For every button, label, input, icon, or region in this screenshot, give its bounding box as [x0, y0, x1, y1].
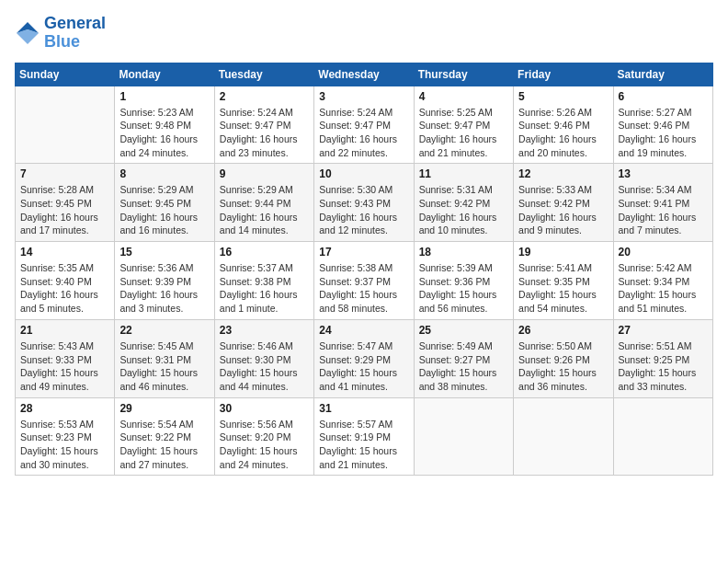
logo-text: GeneralBlue — [44, 15, 106, 52]
calendar-cell: 2Sunrise: 5:24 AMSunset: 9:47 PMDaylight… — [214, 86, 313, 164]
day-info: Sunrise: 5:54 AMSunset: 9:22 PMDaylight:… — [119, 418, 209, 472]
day-info: Sunrise: 5:56 AMSunset: 9:20 PMDaylight:… — [220, 418, 309, 472]
calendar-cell: 24Sunrise: 5:47 AMSunset: 9:29 PMDayligh… — [314, 319, 414, 397]
calendar-cell: 25Sunrise: 5:49 AMSunset: 9:27 PMDayligh… — [414, 319, 513, 397]
day-number: 21 — [20, 324, 109, 337]
day-number: 15 — [119, 246, 209, 259]
day-info: Sunrise: 5:45 AMSunset: 9:31 PMDaylight:… — [119, 339, 209, 394]
calendar-cell — [514, 397, 613, 476]
calendar-cell: 30Sunrise: 5:56 AMSunset: 9:20 PMDayligh… — [214, 397, 313, 476]
day-number: 22 — [119, 324, 209, 337]
calendar-body: 1Sunrise: 5:23 AMSunset: 9:48 PMDaylight… — [16, 86, 713, 476]
day-info: Sunrise: 5:24 AMSunset: 9:47 PMDaylight:… — [220, 106, 309, 160]
day-number: 26 — [518, 324, 608, 337]
day-info: Sunrise: 5:38 AMSunset: 9:37 PMDaylight:… — [319, 261, 408, 316]
day-info: Sunrise: 5:31 AMSunset: 9:42 PMDaylight:… — [419, 183, 508, 237]
day-number: 5 — [518, 90, 608, 103]
calendar-week-1: 1Sunrise: 5:23 AMSunset: 9:48 PMDaylight… — [16, 86, 713, 164]
day-info: Sunrise: 5:39 AMSunset: 9:36 PMDaylight:… — [419, 261, 508, 316]
day-number: 23 — [220, 324, 309, 337]
day-number: 2 — [220, 90, 309, 103]
day-info: Sunrise: 5:43 AMSunset: 9:33 PMDaylight:… — [20, 339, 109, 394]
day-number: 19 — [518, 246, 608, 259]
calendar-table: SundayMondayTuesdayWednesdayThursdayFrid… — [15, 63, 713, 477]
calendar-cell: 15Sunrise: 5:36 AMSunset: 9:39 PMDayligh… — [115, 242, 214, 320]
day-number: 29 — [119, 402, 209, 415]
calendar-cell: 12Sunrise: 5:33 AMSunset: 9:42 PMDayligh… — [514, 164, 613, 242]
day-info: Sunrise: 5:34 AMSunset: 9:41 PMDaylight:… — [619, 183, 708, 237]
day-info: Sunrise: 5:47 AMSunset: 9:29 PMDaylight:… — [319, 339, 408, 394]
calendar-week-3: 14Sunrise: 5:35 AMSunset: 9:40 PMDayligh… — [16, 242, 713, 320]
calendar-cell: 16Sunrise: 5:37 AMSunset: 9:38 PMDayligh… — [214, 242, 313, 320]
day-info: Sunrise: 5:25 AMSunset: 9:47 PMDaylight:… — [419, 106, 508, 160]
day-info: Sunrise: 5:37 AMSunset: 9:38 PMDaylight:… — [220, 261, 309, 316]
calendar-cell — [613, 397, 712, 476]
day-number: 6 — [619, 90, 708, 103]
logo: GeneralBlue — [15, 15, 106, 52]
day-number: 11 — [419, 167, 508, 180]
day-number: 27 — [619, 324, 708, 337]
calendar-cell: 22Sunrise: 5:45 AMSunset: 9:31 PMDayligh… — [115, 319, 214, 397]
day-number: 10 — [319, 167, 408, 180]
calendar-cell: 4Sunrise: 5:25 AMSunset: 9:47 PMDaylight… — [414, 86, 513, 164]
col-header-thursday: Thursday — [414, 63, 513, 86]
day-info: Sunrise: 5:51 AMSunset: 9:25 PMDaylight:… — [619, 339, 708, 394]
calendar-cell: 23Sunrise: 5:46 AMSunset: 9:30 PMDayligh… — [214, 319, 313, 397]
calendar-cell: 6Sunrise: 5:27 AMSunset: 9:46 PMDaylight… — [613, 86, 712, 164]
calendar-cell: 13Sunrise: 5:34 AMSunset: 9:41 PMDayligh… — [613, 164, 712, 242]
day-number: 18 — [419, 246, 508, 259]
day-number: 17 — [319, 246, 408, 259]
calendar-cell: 5Sunrise: 5:26 AMSunset: 9:46 PMDaylight… — [514, 86, 613, 164]
day-info: Sunrise: 5:29 AMSunset: 9:44 PMDaylight:… — [220, 183, 309, 237]
col-header-wednesday: Wednesday — [314, 63, 414, 86]
day-number: 30 — [220, 402, 309, 415]
calendar-cell: 7Sunrise: 5:28 AMSunset: 9:45 PMDaylight… — [16, 164, 115, 242]
day-info: Sunrise: 5:24 AMSunset: 9:47 PMDaylight:… — [319, 106, 408, 160]
col-header-tuesday: Tuesday — [214, 63, 313, 86]
day-info: Sunrise: 5:42 AMSunset: 9:34 PMDaylight:… — [619, 261, 708, 316]
calendar-cell: 1Sunrise: 5:23 AMSunset: 9:48 PMDaylight… — [115, 86, 214, 164]
calendar-cell — [16, 86, 115, 164]
day-number: 12 — [518, 167, 608, 180]
page-header: GeneralBlue — [15, 15, 713, 52]
col-header-monday: Monday — [115, 63, 214, 86]
day-number: 1 — [119, 90, 209, 103]
calendar-cell: 21Sunrise: 5:43 AMSunset: 9:33 PMDayligh… — [16, 319, 115, 397]
day-number: 25 — [419, 324, 508, 337]
calendar-cell — [414, 397, 513, 476]
day-number: 8 — [119, 167, 209, 180]
day-number: 9 — [220, 167, 309, 180]
day-number: 13 — [619, 167, 708, 180]
col-header-friday: Friday — [514, 63, 613, 86]
calendar-cell: 3Sunrise: 5:24 AMSunset: 9:47 PMDaylight… — [314, 86, 414, 164]
calendar-cell: 17Sunrise: 5:38 AMSunset: 9:37 PMDayligh… — [314, 242, 414, 320]
calendar-cell: 10Sunrise: 5:30 AMSunset: 9:43 PMDayligh… — [314, 164, 414, 242]
day-info: Sunrise: 5:50 AMSunset: 9:26 PMDaylight:… — [518, 339, 608, 394]
day-info: Sunrise: 5:23 AMSunset: 9:48 PMDaylight:… — [119, 106, 209, 160]
day-info: Sunrise: 5:26 AMSunset: 9:46 PMDaylight:… — [518, 106, 608, 160]
calendar-cell: 18Sunrise: 5:39 AMSunset: 9:36 PMDayligh… — [414, 242, 513, 320]
calendar-cell: 28Sunrise: 5:53 AMSunset: 9:23 PMDayligh… — [16, 397, 115, 476]
calendar-cell: 19Sunrise: 5:41 AMSunset: 9:35 PMDayligh… — [514, 242, 613, 320]
day-info: Sunrise: 5:33 AMSunset: 9:42 PMDaylight:… — [518, 183, 608, 237]
logo-icon — [15, 20, 40, 46]
calendar-cell: 31Sunrise: 5:57 AMSunset: 9:19 PMDayligh… — [314, 397, 414, 476]
day-info: Sunrise: 5:35 AMSunset: 9:40 PMDaylight:… — [20, 261, 109, 316]
day-number: 14 — [20, 246, 109, 259]
day-number: 3 — [319, 90, 408, 103]
day-number: 28 — [20, 402, 109, 415]
calendar-week-5: 28Sunrise: 5:53 AMSunset: 9:23 PMDayligh… — [16, 397, 713, 476]
calendar-cell: 26Sunrise: 5:50 AMSunset: 9:26 PMDayligh… — [514, 319, 613, 397]
calendar-week-4: 21Sunrise: 5:43 AMSunset: 9:33 PMDayligh… — [16, 319, 713, 397]
day-number: 4 — [419, 90, 508, 103]
day-info: Sunrise: 5:36 AMSunset: 9:39 PMDaylight:… — [119, 261, 209, 316]
header-row: SundayMondayTuesdayWednesdayThursdayFrid… — [16, 63, 713, 86]
calendar-cell: 8Sunrise: 5:29 AMSunset: 9:45 PMDaylight… — [115, 164, 214, 242]
calendar-cell: 29Sunrise: 5:54 AMSunset: 9:22 PMDayligh… — [115, 397, 214, 476]
col-header-sunday: Sunday — [16, 63, 115, 86]
calendar-cell: 9Sunrise: 5:29 AMSunset: 9:44 PMDaylight… — [214, 164, 313, 242]
calendar-header: SundayMondayTuesdayWednesdayThursdayFrid… — [16, 63, 713, 86]
day-info: Sunrise: 5:29 AMSunset: 9:45 PMDaylight:… — [119, 183, 209, 237]
day-number: 16 — [220, 246, 309, 259]
day-info: Sunrise: 5:49 AMSunset: 9:27 PMDaylight:… — [419, 339, 508, 394]
